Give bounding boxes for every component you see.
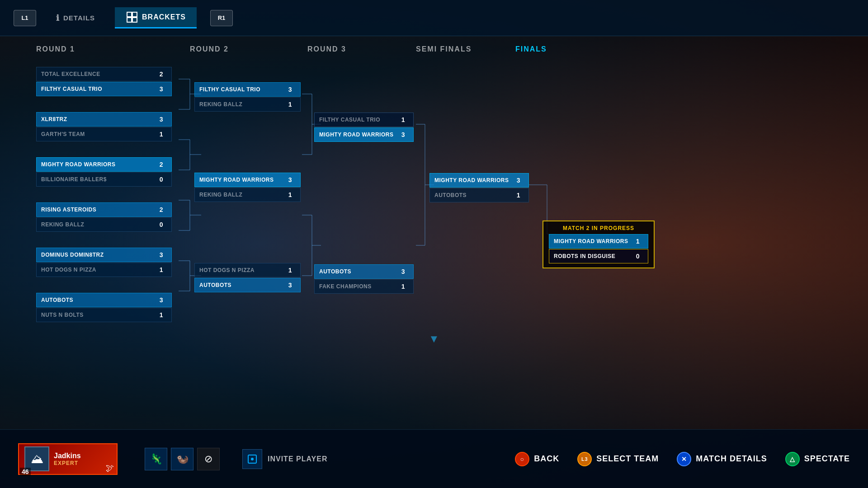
semis-m1-team2[interactable]: AutoBots 1 [429,188,529,202]
r3-match-2: AutoBots 3 Fake Champions 1 [314,264,414,294]
r1-m2-team1[interactable]: XLR8TRZ 3 [36,112,172,127]
match-details-label: MATCH DETAILS [696,454,767,464]
extra-avatar-icons: 🦎 🦦 ⊘ [145,448,220,470]
r3-match-1: Filthy Casual TRIO 1 Mighty Road Warrior… [314,113,414,142]
empty-slot-icon: ⊘ [197,448,220,470]
r2-match-3: HOT DOGS N PIZZA 1 AutoBots 3 [194,263,301,293]
player-rank: EXPERT [54,460,111,466]
r3-m2-team1[interactable]: AutoBots 3 [314,264,414,279]
player-info: Jadkins EXPERT [54,452,111,466]
finals-match: MATCH 2 IN PROGRESS Mighty Road Warriors… [542,221,655,268]
semis-match-1: Mighty Road Warriors 3 AutoBots 1 [429,173,529,202]
semifinals-label: SEMI FINALS [416,45,472,53]
l1-button[interactable]: L1 [14,10,36,26]
r2-m3-team2[interactable]: AutoBots 3 [194,278,301,292]
r2-m1-team2[interactable]: Reking Ballz 1 [194,97,301,112]
player-name: Jadkins [54,452,111,460]
round2-column: Filthy Casual TRIO 3 Reking Ballz 1 Migh… [194,82,301,329]
back-icon: ○ [515,452,529,466]
round2-label: ROUND 2 [190,45,229,53]
bird-icon: 🕊 [106,464,114,473]
back-button[interactable]: ○ BACK [515,452,559,466]
r2-m3-team1[interactable]: HOT DOGS N PIZZA 1 [194,263,301,277]
svg-rect-2 [127,18,132,22]
player-level: 46 [20,468,31,476]
r2-m2-team1[interactable]: Mighty Road Warriors 3 [194,173,301,187]
r1-match-3: Mighty Road Warriors 2 Billionaire Balle… [36,157,172,187]
spectate-button[interactable]: △ SPECTATE [785,452,850,466]
round3-label: ROUND 3 [307,45,346,53]
round1-label: ROUND 1 [36,45,75,53]
r1-button[interactable]: R1 [210,10,233,26]
square-icon [247,454,258,465]
r1-m4-team1[interactable]: RISING ASTEROIDS 2 [36,202,172,217]
r1-m4-team2[interactable]: Reking Ballz 0 [36,217,172,232]
r1-match-2: XLR8TRZ 3 GARTH'S Team 1 [36,112,172,142]
finals-label: FINALS [515,45,547,53]
x-icon: ✕ [677,452,691,466]
round3-column: Filthy Casual TRIO 1 Mighty Road Warrior… [314,113,414,294]
triangle-icon: △ [785,452,800,466]
invite-section: INVITE PLAYER [242,449,327,469]
tab-details[interactable]: ℹ DETAILS [45,9,106,27]
semifinals-column: Mighty Road Warriors 3 AutoBots 1 [429,173,529,203]
r1-m6-team2[interactable]: Nuts N Bolts 1 [36,308,172,322]
back-label: BACK [534,454,559,464]
match-in-progress-label: MATCH 2 IN PROGRESS [549,225,648,231]
r1-m5-team2[interactable]: HOT DOGS N PIZZA 1 [36,263,172,277]
r1-match-5: DOMINUS DOMIN8TRZ 3 HOT DOGS N PIZZA 1 [36,248,172,277]
invite-label: INVITE PLAYER [268,455,327,463]
invite-icon [242,449,262,469]
match-details-button[interactable]: ✕ MATCH DETAILS [677,452,767,466]
r3-m2-team2[interactable]: Fake Champions 1 [314,279,414,294]
avatar-icon-2[interactable]: 🦦 [171,448,193,470]
avatar-icon-1[interactable]: 🦎 [145,448,167,470]
r1-match-1: Total Excellence 2 Filthy Casual TRIO 3 [36,67,172,97]
scroll-indicator[interactable]: ▼ [0,329,868,349]
bracket-area: Total Excellence 2 Filthy Casual TRIO 3 … [0,62,868,329]
select-team-button[interactable]: L3 SELECT TEAM [577,452,659,466]
r1-match-6: AutoBots 3 Nuts N Bolts 1 [36,293,172,323]
finals-column: MATCH 2 IN PROGRESS Mighty Road Warriors… [542,221,655,268]
finals-team2[interactable]: Robots in Disguise 0 [549,249,648,263]
r2-m1-team1[interactable]: Filthy Casual TRIO 3 [194,82,301,97]
r2-m2-team2[interactable]: Reking Ballz 1 [194,188,301,202]
r3-m1-team1[interactable]: Filthy Casual TRIO 1 [314,113,414,127]
r1-m3-team2[interactable]: Billionaire Baller$ 0 [36,172,172,187]
r3-m1-team2[interactable]: Mighty Road Warriors 3 [314,127,414,142]
r1-m6-team1[interactable]: AutoBots 3 [36,293,172,307]
top-navigation: L1 ℹ DETAILS BRACKETS R1 [0,0,868,36]
r1-m3-team1[interactable]: Mighty Road Warriors 2 [36,157,172,172]
spectate-label: SPECTATE [804,454,850,464]
r2-match-2: Mighty Road Warriors 3 Reking Ballz 1 [194,173,301,202]
tab-brackets[interactable]: BRACKETS [115,7,197,28]
r1-match-4: RISING ASTEROIDS 2 Reking Ballz 0 [36,202,172,232]
svg-rect-0 [127,12,132,17]
r2-match-1: Filthy Casual TRIO 3 Reking Ballz 1 [194,82,301,112]
r1-m1-team2[interactable]: Filthy Casual TRIO 3 [36,82,172,96]
r1-m5-team1[interactable]: DOMINUS DOMIN8TRZ 3 [36,248,172,262]
brackets-icon [126,11,138,23]
svg-rect-3 [132,18,137,22]
player-card-container: ⛰ Jadkins EXPERT 🕊 46 [18,443,118,475]
semis-m1-team1[interactable]: Mighty Road Warriors 3 [429,173,529,188]
player-card[interactable]: ⛰ Jadkins EXPERT 🕊 [18,443,118,475]
r1-m1-team1[interactable]: Total Excellence 2 [36,67,172,81]
bottom-bar: ⛰ Jadkins EXPERT 🕊 46 🦎 🦦 ⊘ INVITE PLAYE… [0,429,868,488]
chevron-down-icon: ▼ [429,333,439,345]
select-team-label: SELECT TEAM [596,454,659,464]
round1-column: Total Excellence 2 Filthy Casual TRIO 3 … [36,67,172,329]
finals-team1[interactable]: Mighty Road Warriors 1 [549,234,648,249]
l3-icon: L3 [577,452,592,466]
svg-point-36 [251,458,254,460]
info-icon: ℹ [56,13,60,23]
svg-rect-1 [132,12,137,17]
r1-m2-team2[interactable]: GARTH'S Team 1 [36,127,172,141]
round-headers: ROUND 1 ROUND 2 ROUND 3 SEMI FINALS FINA… [0,36,868,62]
